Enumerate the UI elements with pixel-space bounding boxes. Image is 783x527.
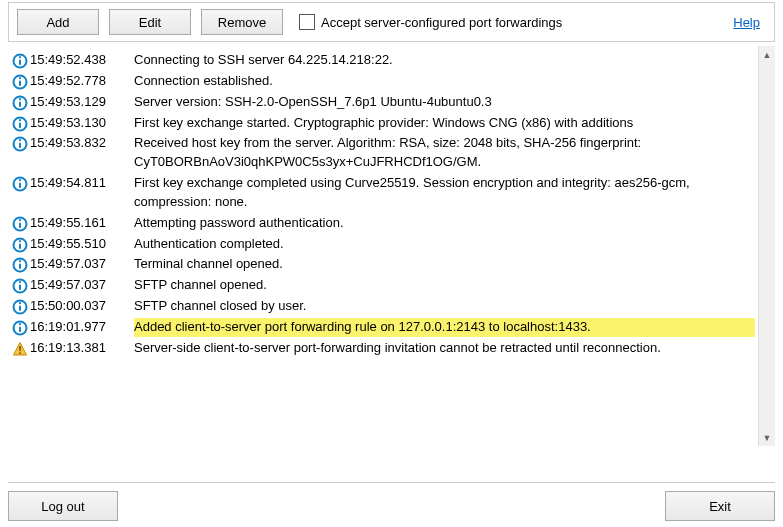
info-icon bbox=[10, 235, 30, 253]
log-row[interactable]: 15:50:00.037SFTP channel closed by user. bbox=[10, 296, 755, 317]
log-message: First key exchange started. Cryptographi… bbox=[134, 114, 755, 133]
info-icon bbox=[10, 255, 30, 273]
remove-button[interactable]: Remove bbox=[201, 9, 283, 35]
svg-rect-28 bbox=[19, 285, 21, 291]
log-message: Server version: SSH-2.0-OpenSSH_7.6p1 Ub… bbox=[134, 93, 755, 112]
log-row[interactable]: 15:49:55.161Attempting password authenti… bbox=[10, 213, 755, 234]
logout-button[interactable]: Log out bbox=[8, 491, 118, 521]
log-row[interactable]: 15:49:52.778Connection established. bbox=[10, 71, 755, 92]
svg-point-32 bbox=[19, 302, 21, 304]
info-icon bbox=[10, 297, 30, 315]
log-timestamp: 15:49:55.161 bbox=[30, 214, 134, 233]
log-row[interactable]: 15:49:57.037Terminal channel opened. bbox=[10, 254, 755, 275]
info-icon bbox=[10, 318, 30, 336]
log-message: Connection established. bbox=[134, 72, 755, 91]
svg-point-17 bbox=[19, 179, 21, 181]
info-icon bbox=[10, 276, 30, 294]
svg-point-11 bbox=[19, 119, 21, 121]
log-timestamp: 15:49:53.129 bbox=[30, 93, 134, 112]
info-icon bbox=[10, 134, 30, 152]
log-message: Server-side client-to-server port-forwar… bbox=[134, 339, 755, 358]
log-timestamp: 15:49:57.037 bbox=[30, 276, 134, 295]
log-timestamp: 15:49:57.037 bbox=[30, 255, 134, 274]
info-icon bbox=[10, 174, 30, 192]
svg-rect-16 bbox=[19, 183, 21, 189]
log-row[interactable]: !16:19:13.381Server-side client-to-serve… bbox=[10, 338, 755, 359]
accept-forwardings-checkbox[interactable]: Accept server-configured port forwarding… bbox=[299, 14, 562, 30]
checkbox-icon bbox=[299, 14, 315, 30]
log-timestamp: 16:19:13.381 bbox=[30, 339, 134, 358]
svg-text:!: ! bbox=[18, 344, 22, 356]
log-row[interactable]: 16:19:01.977Added client-to-server port … bbox=[10, 317, 755, 338]
info-icon bbox=[10, 114, 30, 132]
svg-point-35 bbox=[19, 323, 21, 325]
accept-forwardings-label: Accept server-configured port forwarding… bbox=[321, 15, 562, 30]
info-icon bbox=[10, 214, 30, 232]
warning-icon: ! bbox=[10, 339, 30, 357]
help-link[interactable]: Help bbox=[733, 15, 760, 30]
svg-point-2 bbox=[19, 56, 21, 58]
log-row[interactable]: 15:49:55.510Authentication completed. bbox=[10, 234, 755, 255]
log-message: Connecting to SSH server 64.225.14.218:2… bbox=[134, 51, 755, 70]
svg-point-26 bbox=[19, 261, 21, 263]
info-icon bbox=[10, 93, 30, 111]
log-row[interactable]: 15:49:53.129Server version: SSH-2.0-Open… bbox=[10, 92, 755, 113]
exit-button[interactable]: Exit bbox=[665, 491, 775, 521]
info-icon bbox=[10, 72, 30, 90]
log-row[interactable]: 15:49:57.037SFTP channel opened. bbox=[10, 275, 755, 296]
log-message: Received host key from the server. Algor… bbox=[134, 134, 755, 172]
log-message: Terminal channel opened. bbox=[134, 255, 755, 274]
svg-point-8 bbox=[19, 98, 21, 100]
svg-rect-19 bbox=[19, 222, 21, 228]
log-message: SFTP channel closed by user. bbox=[134, 297, 755, 316]
top-toolbar: Add Edit Remove Accept server-configured… bbox=[8, 2, 775, 42]
svg-point-29 bbox=[19, 281, 21, 283]
svg-point-5 bbox=[19, 77, 21, 79]
log-timestamp: 16:19:01.977 bbox=[30, 318, 134, 337]
log-timestamp: 15:49:54.811 bbox=[30, 174, 134, 193]
svg-rect-25 bbox=[19, 264, 21, 270]
log-row[interactable]: 15:49:54.811First key exchange completed… bbox=[10, 173, 755, 213]
edit-button[interactable]: Edit bbox=[109, 9, 191, 35]
svg-rect-13 bbox=[19, 143, 21, 149]
log-message: SFTP channel opened. bbox=[134, 276, 755, 295]
log-timestamp: 15:49:55.510 bbox=[30, 235, 134, 254]
svg-rect-22 bbox=[19, 243, 21, 249]
svg-rect-10 bbox=[19, 122, 21, 128]
svg-rect-1 bbox=[19, 60, 21, 66]
log-panel: 15:49:52.438Connecting to SSH server 64.… bbox=[8, 46, 775, 446]
log-row[interactable]: 15:49:53.832Received host key from the s… bbox=[10, 133, 755, 173]
log-message: Authentication completed. bbox=[134, 235, 755, 254]
info-icon bbox=[10, 51, 30, 69]
svg-rect-31 bbox=[19, 306, 21, 312]
svg-rect-4 bbox=[19, 80, 21, 86]
bottom-toolbar: Log out Exit bbox=[8, 482, 775, 521]
add-button[interactable]: Add bbox=[17, 9, 99, 35]
log-timestamp: 15:50:00.037 bbox=[30, 297, 134, 316]
log-timestamp: 15:49:52.438 bbox=[30, 51, 134, 70]
svg-point-14 bbox=[19, 139, 21, 141]
svg-point-20 bbox=[19, 219, 21, 221]
log-row[interactable]: 15:49:53.130First key exchange started. … bbox=[10, 113, 755, 134]
svg-point-23 bbox=[19, 240, 21, 242]
log-message: Attempting password authentication. bbox=[134, 214, 755, 233]
log-timestamp: 15:49:53.832 bbox=[30, 134, 134, 153]
scroll-down-icon[interactable]: ▼ bbox=[760, 429, 775, 446]
log-row[interactable]: 15:49:52.438Connecting to SSH server 64.… bbox=[10, 50, 755, 71]
log-timestamp: 15:49:53.130 bbox=[30, 114, 134, 133]
log-message: Added client-to-server port forwarding r… bbox=[134, 318, 755, 337]
svg-rect-7 bbox=[19, 101, 21, 107]
scroll-up-icon[interactable]: ▲ bbox=[760, 46, 775, 63]
svg-rect-34 bbox=[19, 326, 21, 332]
log-message: First key exchange completed using Curve… bbox=[134, 174, 755, 212]
vertical-scrollbar[interactable]: ▲ ▼ bbox=[758, 46, 775, 446]
log-timestamp: 15:49:52.778 bbox=[30, 72, 134, 91]
